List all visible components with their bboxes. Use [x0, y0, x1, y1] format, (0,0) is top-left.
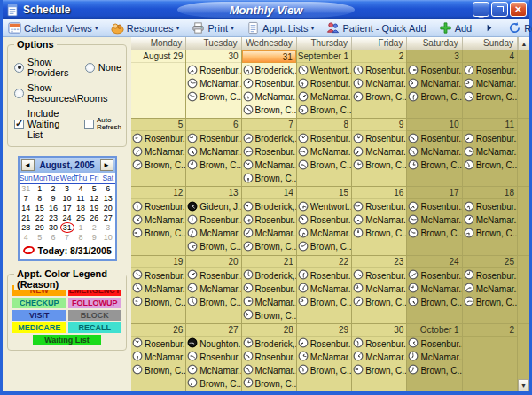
appointment[interactable]: Brown, C...	[243, 309, 296, 322]
appointment[interactable]: McNamar...	[353, 213, 406, 227]
appointment[interactable]: Wentwort...	[298, 64, 351, 77]
appointment[interactable]: Brown, C...	[243, 172, 296, 185]
appointment[interactable]: Brown, C...	[187, 377, 240, 391]
mini-calendar-date[interactable]: 19	[88, 204, 101, 213]
appointment[interactable]: Rosenbur...	[243, 77, 296, 90]
appointment[interactable]: Rosenbur...	[132, 132, 185, 145]
day-cell[interactable]: 11Rosenbur...McNamar...Brown, C...	[463, 119, 518, 186]
appointment[interactable]: Rosenbur...	[353, 64, 406, 77]
appointment[interactable]: Rosenbur...	[243, 213, 296, 227]
mini-calendar-date[interactable]: 6	[101, 184, 114, 194]
appointment[interactable]: Brown, C...	[408, 227, 461, 240]
day-cell[interactable]: 2Rosenbur...McNamar...Brown, C...	[352, 50, 407, 118]
appointment[interactable]: McNamar...	[408, 283, 461, 296]
day-cell[interactable]: 26Rosenbur...McNamar...Brown, C...	[131, 324, 186, 391]
mini-calendar-date[interactable]: 7	[20, 194, 33, 204]
appointment[interactable]: Rosenbur...	[408, 200, 461, 213]
appointment[interactable]: Brown, C...	[298, 159, 351, 172]
mini-calendar-date[interactable]: 30	[46, 223, 59, 233]
mini-calendar-date[interactable]: 24	[60, 213, 74, 223]
mini-calendar-date[interactable]: 9	[46, 194, 59, 204]
prev-month-button[interactable]: ◄	[21, 159, 35, 171]
mini-calendar-date[interactable]: 1	[33, 184, 46, 194]
appointment[interactable]: Brown, C...	[298, 240, 351, 253]
appointment[interactable]: Broderick,...	[243, 337, 296, 351]
mini-calendar-date[interactable]: 13	[101, 194, 114, 204]
day-cell[interactable]: 3Rosenbur...McNamar...Brown, C...	[407, 50, 462, 118]
mini-calendar-date[interactable]: 26	[88, 213, 101, 223]
print-button[interactable]: Print▾	[186, 19, 239, 36]
mini-calendar-date[interactable]: 31	[20, 184, 33, 194]
appointment[interactable]: McNamar...	[187, 145, 240, 159]
appointment[interactable]: Brown, C...	[353, 90, 406, 104]
appointment[interactable]: Rosenbur...	[464, 200, 517, 213]
appointment[interactable]: McNamar...	[408, 213, 461, 227]
scroll-up-button[interactable]: ▲	[518, 37, 529, 50]
calendar-views-button[interactable]: Calendar Views▾	[3, 19, 104, 36]
appointment[interactable]: McNamar...	[187, 283, 240, 296]
mini-calendar-date[interactable]: 2	[46, 184, 59, 194]
mini-calendar-date[interactable]: 10	[101, 233, 114, 243]
mini-calendar-date[interactable]: 8	[74, 233, 87, 243]
appointment[interactable]: Rosenbur...	[353, 269, 406, 283]
none-radio[interactable]	[85, 63, 95, 73]
mini-calendar-date[interactable]: 11	[74, 194, 87, 204]
appointment[interactable]: McNamar...	[243, 364, 296, 377]
appointment[interactable]: Brown, C...	[464, 159, 517, 172]
appointment[interactable]: Brown, C...	[464, 296, 517, 309]
mini-calendar-date[interactable]: 16	[46, 204, 59, 213]
appointment[interactable]: McNamar...	[298, 145, 351, 159]
appointment[interactable]: Rosenbur...	[243, 145, 296, 159]
appointment[interactable]: Rosenbur...	[132, 337, 185, 351]
appointment[interactable]: Brown, C...	[353, 296, 406, 309]
appointment[interactable]: McNamar...	[353, 283, 406, 296]
appointment[interactable]: Brown, C...	[187, 296, 240, 309]
appointment[interactable]: Brown, C...	[187, 240, 240, 253]
minimize-button[interactable]: _	[473, 2, 489, 17]
appointment[interactable]: McNamar...	[132, 213, 185, 227]
appointment[interactable]: Rosenbur...	[243, 283, 296, 296]
appointment[interactable]: Brown, C...	[132, 227, 185, 240]
appt-lists-button[interactable]: Appt. Lists▾	[241, 19, 319, 36]
resources-button[interactable]: Resources▾	[106, 19, 185, 36]
appointment[interactable]: Brown, C...	[243, 104, 296, 117]
day-cell[interactable]: 2	[463, 324, 518, 391]
appointment[interactable]: Brown, C...	[353, 227, 406, 240]
mini-calendar-date[interactable]: 7	[60, 233, 74, 243]
show-resources-radio[interactable]	[14, 89, 24, 98]
appointment[interactable]: Brown, C...	[298, 104, 351, 117]
appointment[interactable]: Rosenbur...	[187, 269, 240, 283]
day-cell[interactable]: 23Rosenbur...McNamar...Brown, C...	[352, 256, 407, 323]
mini-calendar-date[interactable]: 14	[20, 204, 33, 213]
next-month-button[interactable]: ►	[100, 159, 113, 171]
appointment[interactable]: McNamar...	[464, 283, 517, 296]
appointment[interactable]: Brown, C...	[132, 296, 185, 309]
appointment[interactable]: McNamar...	[408, 145, 461, 159]
appointment[interactable]: Rosenbur...	[298, 132, 351, 145]
mini-calendar-date[interactable]: 23	[46, 213, 59, 223]
appointment[interactable]: Rosenbur...	[243, 351, 296, 364]
mini-calendar-date[interactable]: 8	[33, 194, 46, 204]
day-cell[interactable]: 24Rosenbur...McNamar...Brown, C...	[407, 256, 462, 323]
day-cell[interactable]: 8Rosenbur...McNamar...Brown, C...	[297, 119, 352, 186]
mini-calendar-date[interactable]: 5	[33, 233, 46, 243]
day-cell[interactable]: 19Rosenbur...McNamar...Brown, C...	[131, 256, 186, 323]
day-cell[interactable]: October 1Rosenbur...McNamar...Brown, C..…	[407, 324, 462, 391]
mini-calendar-date[interactable]: 4	[74, 184, 87, 194]
mini-calendar-date[interactable]: 9	[88, 233, 101, 243]
day-cell[interactable]: 20Rosenbur...McNamar...Brown, C...	[186, 256, 241, 323]
mini-calendar-date[interactable]: 2	[88, 223, 101, 233]
appointment[interactable]: McNamar...	[298, 351, 351, 364]
day-cell[interactable]: 27Noughton...Rosenbur...McNamar...Brown,…	[186, 324, 241, 391]
day-cell[interactable]: 21Broderick,...Rosenbur...McNamar...Brow…	[242, 256, 297, 323]
appointment[interactable]: Rosenbur...	[408, 132, 461, 145]
mini-calendar-date[interactable]: 29	[33, 223, 46, 233]
appointment[interactable]: McNamar...	[353, 145, 406, 159]
mini-calendar-date[interactable]: 20	[101, 204, 114, 213]
appointment[interactable]: Brown, C...	[464, 227, 517, 240]
appointment[interactable]: Wentwort...	[298, 200, 351, 213]
appointment[interactable]: Brown, C...	[187, 90, 240, 104]
appointment[interactable]: Rosenbur...	[132, 269, 185, 283]
appointment[interactable]: McNamar...	[353, 77, 406, 90]
mini-calendar-date[interactable]: 25	[74, 213, 87, 223]
